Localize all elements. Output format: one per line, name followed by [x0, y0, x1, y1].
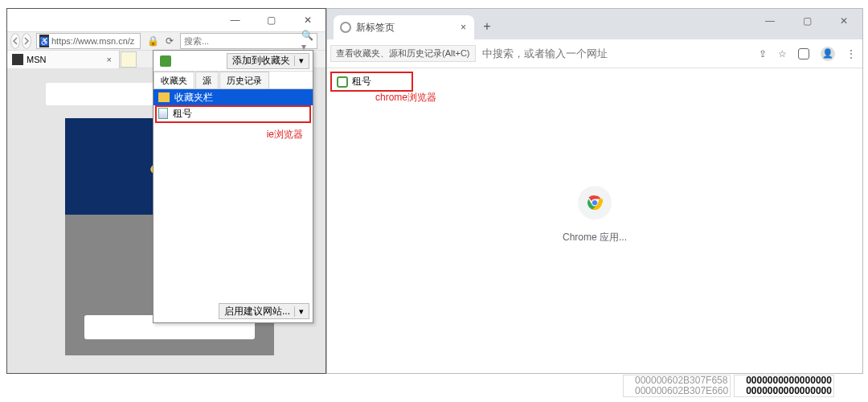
back-button[interactable] [10, 33, 20, 49]
hex-column-addr: 000000602B307F658 000000602B307E660 [623, 375, 731, 397]
bookmark-star-icon[interactable]: ☆ [778, 48, 787, 59]
omnibox-input[interactable] [482, 47, 752, 59]
hex-cell: 0000000000000000 [746, 386, 832, 396]
url-input[interactable] [51, 36, 141, 46]
minimize-button[interactable]: — [751, 9, 788, 33]
bookmark-label: 租号 [352, 75, 371, 88]
add-favorite-label: 添加到收藏夹 [232, 54, 290, 68]
forward-button[interactable] [22, 33, 31, 49]
ie-favorites-panel: 添加到收藏夹 收藏夹 源 历史记录 收藏夹栏 租号 ie浏览器 启用建议网站..… [153, 50, 313, 323]
profile-avatar-icon[interactable]: 👤 [821, 47, 835, 61]
chrome-apps-shortcut[interactable]: Chrome 应用... [563, 186, 627, 244]
chrome-bookmark-bar: 租号 [327, 68, 416, 95]
tab-site-icon [12, 54, 23, 65]
tab-close-icon[interactable]: × [104, 55, 114, 64]
favorites-item-label: 收藏夹栏 [174, 91, 213, 105]
url-field[interactable]: ♿ [36, 33, 141, 49]
favorites-tabs: 收藏夹 源 历史记录 [154, 72, 313, 89]
arrow-right-icon [23, 37, 31, 45]
chrome-apps-label: Chrome 应用... [563, 231, 627, 244]
maximize-button[interactable]: ▢ [253, 9, 289, 31]
hex-dump-strip: 000000602B307F658 000000602B307E660 0000… [623, 375, 834, 397]
close-button[interactable]: ✕ [289, 9, 326, 31]
chrome-page-content: 租号 chrome浏览器 Chrome 应用... [327, 68, 862, 373]
chrome-omnibox[interactable] [482, 47, 752, 59]
chrome-app-icon [578, 186, 612, 219]
globe-icon [340, 22, 351, 33]
suggest-label: 启用建议网站... [224, 305, 290, 318]
chrome-title-bar: 新标签页 × + — ▢ ✕ [327, 9, 862, 39]
close-button[interactable]: ✕ [825, 9, 862, 33]
ie-address-bar: ♿ 🔒 ⟳ 🔍▾ ⌂ ★ ⚙ [7, 31, 326, 51]
tab-history[interactable]: 历史记录 [219, 72, 269, 88]
tab-title: MSN [27, 55, 104, 64]
chrome-window: 新标签页 × + — ▢ ✕ 查看收藏夹、源和历史记录(Alt+C) ⇪ ☆ 👤… [326, 8, 863, 374]
hex-cell: 000000602B307E660 [635, 386, 728, 396]
share-icon[interactable]: ⇪ [759, 48, 767, 59]
history-tooltip: 查看收藏夹、源和历史记录(Alt+C) [330, 45, 476, 62]
tab-favorites[interactable]: 收藏夹 [154, 72, 194, 88]
new-tab-button[interactable] [121, 51, 137, 68]
maximize-button[interactable]: ▢ [788, 9, 825, 33]
minimize-button[interactable]: — [217, 9, 253, 31]
ie-search-box[interactable]: 🔍▾ [180, 33, 317, 49]
refresh-icon[interactable]: ⟳ [166, 35, 174, 47]
lock-icon: 🔒 [147, 35, 159, 47]
chrome-window-controls: — ▢ ✕ [751, 9, 862, 33]
arrow-left-icon [11, 37, 19, 45]
favorites-bar-folder[interactable]: 收藏夹栏 [154, 89, 313, 105]
search-icon[interactable]: 🔍▾ [298, 30, 317, 52]
folder-icon [158, 92, 170, 102]
tab-title: 新标签页 [356, 21, 459, 35]
chrome-toolbar-icons: ⇪ ☆ 👤 ⋮ [759, 47, 856, 61]
ie-search-input[interactable] [181, 36, 298, 46]
favorites-add-icon[interactable] [160, 55, 171, 67]
site-icon: ♿ [39, 35, 49, 47]
bookmark-favicon-icon [337, 76, 348, 88]
tab-close-icon[interactable]: × [459, 22, 468, 33]
ie-tab-msn[interactable]: MSN × [7, 51, 120, 68]
ie-window-controls: — ▢ ✕ [217, 9, 326, 31]
bookmark-item-zuhao[interactable]: 租号 [330, 72, 413, 92]
menu-icon[interactable]: ⋮ [846, 48, 856, 59]
tab-feeds[interactable]: 源 [195, 72, 219, 88]
page-icon [158, 108, 168, 119]
extensions-icon[interactable] [798, 48, 809, 59]
chrome-logo-icon [587, 195, 603, 211]
chrome-tab-newtab[interactable]: 新标签页 × [334, 15, 474, 39]
new-tab-button[interactable]: + [479, 18, 495, 35]
suggested-sites-button[interactable]: 启用建议网站... [219, 303, 309, 319]
favorites-list: 收藏夹栏 租号 [154, 89, 313, 121]
favorites-panel-header: 添加到收藏夹 [154, 51, 313, 72]
hex-column-value: 0000000000000000 0000000000000000 [734, 375, 834, 397]
favorite-item-zuhao[interactable]: 租号 [154, 105, 313, 121]
annotation-text-ie: ie浏览器 [267, 128, 303, 142]
chrome-address-bar: 查看收藏夹、源和历史记录(Alt+C) ⇪ ☆ 👤 ⋮ [327, 39, 862, 68]
add-to-favorites-button[interactable]: 添加到收藏夹 [227, 53, 309, 69]
favorites-item-label: 租号 [173, 107, 192, 121]
